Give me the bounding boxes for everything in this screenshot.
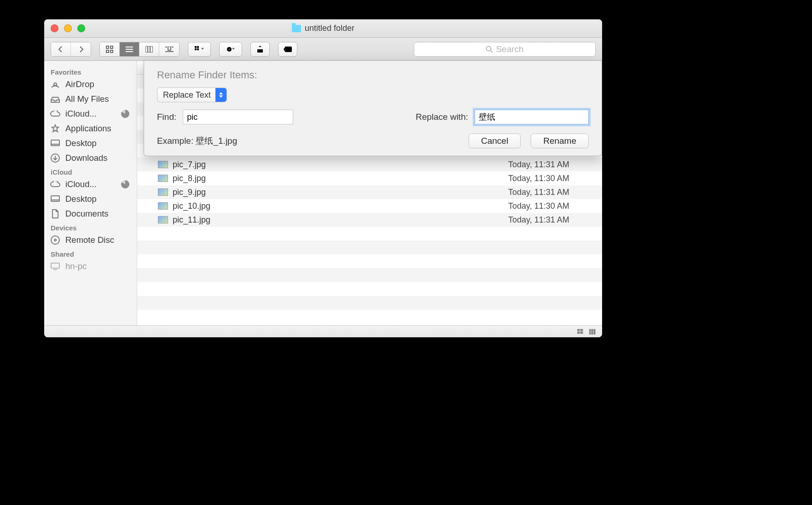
desktop-icon [50, 194, 61, 205]
sidebar-item-iclouddrive2[interactable]: iCloud... [44, 177, 137, 192]
table-row[interactable]: pic_9.jpgToday, 11:31 AM [137, 185, 602, 199]
close-window-button[interactable] [51, 24, 58, 32]
sidebar-item-label: Desktop [65, 194, 97, 204]
rename-mode-select[interactable]: Replace Text [157, 88, 227, 102]
list-view-button[interactable] [120, 42, 139, 56]
titlebar[interactable]: untitled folder [44, 19, 602, 38]
rename-button[interactable]: Rename [531, 134, 589, 148]
icon-view-button[interactable] [100, 42, 120, 56]
replace-input[interactable] [475, 110, 589, 124]
sidebar-section-favorites: Favorites [44, 65, 137, 77]
svg-rect-39 [594, 329, 595, 335]
cancel-button[interactable]: Cancel [469, 134, 521, 148]
cloud-icon [50, 108, 61, 119]
airdrop-icon [50, 79, 61, 90]
svg-point-19 [229, 48, 230, 50]
window-title: untitled folder [305, 23, 354, 33]
sidebar-item-label: Applications [65, 123, 111, 134]
sidebar-item-applications[interactable]: Applications [44, 121, 137, 136]
sidebar-item-label: AirDrop [65, 79, 94, 89]
table-row[interactable]: pic_7.jpgToday, 11:31 AM [137, 158, 602, 171]
forward-button[interactable] [71, 42, 91, 56]
table-row [137, 254, 602, 268]
file-date: Today, 11:31 AM [505, 188, 602, 197]
sidebar-item-allmyfiles[interactable]: All My Files [44, 92, 137, 106]
table-row[interactable]: pic_11.jpgToday, 11:31 AM [137, 213, 602, 227]
sidebar-item-desktop[interactable]: Desktop [44, 136, 137, 151]
file-date: Today, 11:31 AM [505, 160, 602, 170]
statusbar-grid-icon[interactable] [577, 329, 585, 335]
find-input[interactable] [183, 110, 293, 124]
svg-rect-2 [106, 50, 109, 53]
example-label: Example: 壁纸_1.jpg [157, 135, 237, 147]
toolbar: Search [44, 38, 602, 61]
svg-point-20 [285, 49, 286, 50]
disc-icon [50, 235, 61, 246]
file-thumb-icon [158, 188, 168, 196]
tags-button[interactable] [278, 42, 297, 57]
table-row [137, 227, 602, 241]
sidebar-item-label: Remote Disc [65, 235, 114, 245]
search-input[interactable]: Search [414, 42, 596, 57]
svg-rect-14 [195, 46, 197, 48]
file-name: pic_9.jpg [173, 188, 206, 197]
back-button[interactable] [51, 42, 71, 56]
sidebar-item-desktop2[interactable]: Desktop [44, 192, 137, 206]
fullscreen-window-button[interactable] [77, 24, 85, 32]
svg-rect-37 [589, 329, 591, 335]
sidebar-item-label: hn-pc [65, 261, 87, 271]
file-date: Today, 11:30 AM [505, 201, 602, 211]
table-row[interactable]: pic_10.jpgToday, 11:30 AM [137, 199, 602, 213]
share-button[interactable] [250, 42, 270, 57]
sidebar-item-iclouddrive[interactable]: iCloud... [44, 106, 137, 121]
sidebar-item-downloads[interactable]: Downloads [44, 151, 137, 165]
finder-window: untitled folder Search Favorites AirDrop… [44, 19, 602, 337]
search-icon [486, 46, 493, 53]
select-value: Replace Text [163, 90, 211, 100]
sidebar-item-documents[interactable]: Documents [44, 206, 137, 221]
applications-icon [50, 123, 61, 134]
table-row[interactable]: pic_8.jpgToday, 11:30 AM [137, 171, 602, 185]
nav-buttons [51, 42, 91, 57]
select-arrows-icon [215, 88, 226, 102]
file-date: Today, 11:31 AM [505, 215, 602, 225]
table-row [137, 310, 602, 323]
svg-point-29 [51, 236, 59, 244]
file-name: pic_10.jpg [173, 201, 210, 211]
svg-rect-17 [197, 48, 199, 50]
file-name: pic_7.jpg [173, 160, 206, 170]
view-mode-buttons [99, 42, 180, 57]
column-view-button[interactable] [139, 42, 159, 56]
coverflow-view-button[interactable] [159, 42, 179, 56]
search-placeholder: Search [496, 44, 523, 54]
svg-rect-15 [197, 46, 199, 48]
file-thumb-icon [158, 175, 168, 182]
sidebar-item-shared-host[interactable]: hn-pc [44, 259, 137, 274]
downloads-icon [50, 153, 61, 164]
svg-rect-1 [110, 46, 113, 48]
sidebar-section-shared: Shared [44, 247, 137, 259]
sidebar-item-remotedisc[interactable]: Remote Disc [44, 233, 137, 247]
find-label: Find: [157, 112, 176, 122]
svg-rect-24 [51, 140, 59, 146]
file-date: Today, 11:30 AM [505, 174, 602, 183]
arrange-button[interactable] [188, 42, 211, 57]
action-button[interactable] [219, 42, 242, 57]
svg-point-30 [54, 239, 56, 241]
svg-rect-11 [168, 47, 171, 50]
svg-point-21 [487, 46, 491, 51]
file-name: pic_8.jpg [173, 174, 206, 183]
minimize-window-button[interactable] [64, 24, 72, 32]
file-thumb-icon [158, 216, 168, 223]
statusbar-columns-icon[interactable] [589, 329, 597, 335]
svg-rect-7 [145, 46, 153, 53]
file-thumb-icon [158, 202, 168, 210]
folder-icon [292, 25, 301, 32]
file-pane: Name Date Modified pic_1.jpgToday, 11:31… [137, 61, 602, 325]
sidebar: Favorites AirDrop All My Files iCloud...… [44, 61, 137, 325]
table-row [137, 282, 602, 296]
sidebar-item-label: iCloud... [65, 109, 97, 119]
sidebar-item-airdrop[interactable]: AirDrop [44, 77, 137, 92]
window-controls [44, 24, 85, 32]
sync-progress-icon [121, 110, 129, 118]
